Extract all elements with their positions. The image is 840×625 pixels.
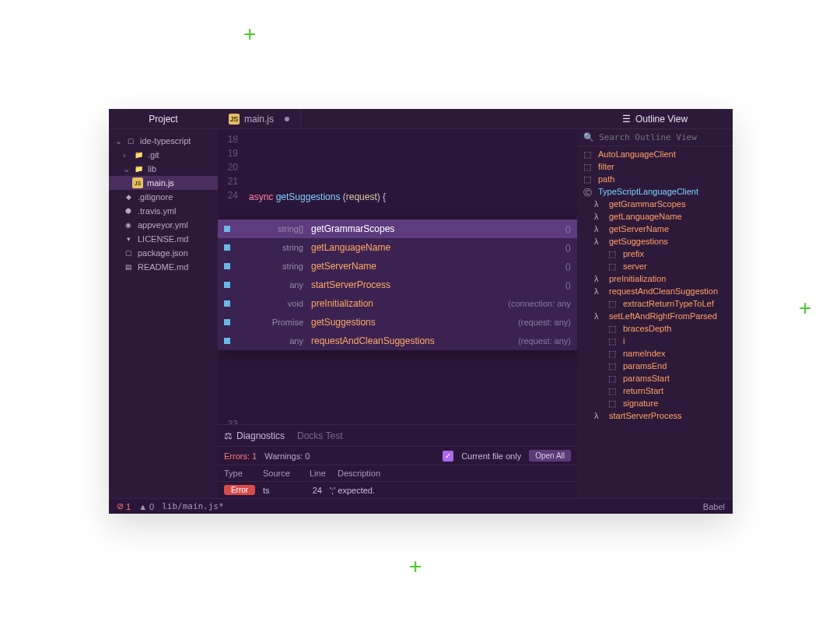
tree-file-travis[interactable]: ⬢ .travis.yml: [109, 204, 218, 218]
tree-file-license[interactable]: ▾ LICENSE.md: [109, 232, 218, 246]
outline-item[interactable]: ⬚paramsStart: [577, 372, 733, 384]
outline-label: setLeftAndRightFromParsed: [609, 311, 717, 321]
decorative-plus-icon: +: [243, 22, 256, 47]
outline-label: preInitialization: [609, 274, 666, 283]
variable-icon: ⬚: [608, 374, 619, 383]
class-icon: Ⓒ: [583, 187, 594, 196]
ac-signature: (): [565, 224, 571, 233]
status-errors[interactable]: ⊘ 1: [117, 501, 131, 511]
ac-signature: (): [565, 280, 571, 290]
autocomplete-item[interactable]: anyrequestAndCleanSuggestions(request: a…: [218, 332, 577, 350]
list-icon: ☰: [622, 114, 631, 125]
tree-file-appveyor[interactable]: ◉ appveyor.yml: [109, 218, 218, 232]
outline-item[interactable]: λgetGrammarScopes: [577, 198, 733, 210]
outline-item[interactable]: ⬚nameIndex: [577, 347, 733, 360]
tab-diagnostics[interactable]: ⚖ Diagnostics: [224, 430, 285, 441]
tree-folder-git[interactable]: › 📁 .git: [109, 148, 218, 162]
autocomplete-item[interactable]: anystartServerProcess(): [218, 276, 577, 294]
outline-item[interactable]: ⬚signature: [577, 397, 733, 409]
ac-type: string[]: [238, 224, 303, 233]
tree-file-package[interactable]: ▢ package.json: [109, 246, 218, 260]
outline-item[interactable]: ⬚prefix: [577, 248, 733, 260]
open-all-button[interactable]: Open All: [529, 450, 571, 462]
ac-type: void: [238, 299, 303, 308]
col-source: Source: [263, 469, 310, 478]
method-icon: λ: [594, 286, 605, 296]
outline-label: getGrammarScopes: [609, 199, 685, 209]
variable-icon: ⬚: [608, 336, 619, 346]
line-number: 18: [218, 132, 238, 146]
outline-label: startServerProcess: [609, 411, 682, 420]
method-icon: [224, 338, 230, 344]
outline-item[interactable]: ⬚paramsEnd: [577, 360, 733, 372]
outline-label: prefix: [623, 249, 644, 258]
outline-label: signature: [623, 399, 658, 408]
method-icon: λ: [594, 411, 605, 420]
outline-item[interactable]: ⬚server: [577, 260, 733, 272]
variable-icon: ⬚: [608, 324, 619, 333]
book-icon: ▤: [123, 262, 134, 272]
checkbox-current-file[interactable]: ✓: [443, 451, 453, 462]
tree-root[interactable]: ⌄ ▢ ide-typescript: [109, 134, 218, 148]
autocomplete-item[interactable]: stringgetServerName(): [218, 257, 577, 276]
outline-item[interactable]: ⬚extractReturnTypeToLef: [577, 297, 733, 310]
outline-search-input[interactable]: [599, 132, 726, 142]
repo-icon: ▢: [125, 135, 136, 146]
outline-item[interactable]: λgetSuggestions: [577, 235, 733, 248]
variable-icon: ⬚: [608, 386, 619, 395]
appveyor-icon: ◉: [123, 219, 134, 230]
ac-type: Promise: [238, 318, 303, 327]
outline-item[interactable]: λstartServerProcess: [577, 409, 733, 422]
tree-folder-lib[interactable]: ⌄ 📁 lib: [109, 162, 218, 176]
status-path[interactable]: lib/main.js*: [162, 501, 223, 511]
chevron-down-icon: ⌄: [123, 164, 129, 174]
errors-count: Errors: 1: [224, 451, 257, 461]
ac-signature: (request: any): [518, 336, 571, 346]
outline-item[interactable]: ⬚path: [577, 173, 733, 185]
tree-file-main-js[interactable]: JS main.js: [109, 176, 218, 190]
git-icon: ◆: [123, 191, 134, 202]
outline-item[interactable]: ⒸTypeScriptLanguageClient: [577, 185, 733, 198]
diagnostics-icon: ⚖: [224, 430, 233, 441]
tree-file-gitignore[interactable]: ◆ .gitignore: [109, 190, 218, 204]
outline-item[interactable]: ⬚bracesDepth: [577, 322, 733, 335]
outline-item[interactable]: ⬚filter: [577, 160, 733, 173]
autocomplete-item[interactable]: stringgetLanguageName(): [218, 238, 577, 257]
method-icon: [224, 244, 230, 251]
outline-item[interactable]: ⬚i: [577, 335, 733, 347]
outline-label: paramsEnd: [623, 361, 667, 370]
status-bar: ⊘ 1 ▲ 0 lib/main.js* Babel: [109, 498, 733, 514]
error-badge: Error: [224, 485, 255, 495]
editor-pane[interactable]: 181920212433343536 async getSuggestions …: [218, 129, 577, 498]
ac-type: any: [238, 336, 303, 346]
outline-item[interactable]: ⬚returnStart: [577, 384, 733, 397]
decorative-plus-icon: +: [799, 296, 811, 321]
outline-label: getServerName: [609, 224, 669, 233]
ac-name: getLanguageName: [311, 242, 558, 253]
status-language[interactable]: Babel: [703, 502, 725, 511]
tree-file-readme[interactable]: ▤ README.md: [109, 260, 218, 274]
js-file-icon: JS: [229, 114, 240, 125]
tab-main-js[interactable]: JS main.js: [218, 109, 301, 128]
autocomplete-item[interactable]: PromisegetSuggestions(request: any): [218, 313, 577, 332]
status-warnings[interactable]: ▲ 0: [138, 502, 154, 511]
outline-item[interactable]: λrequestAndCleanSuggestion: [577, 285, 733, 297]
autocomplete-item[interactable]: voidpreInitialization(connection: any: [218, 294, 577, 313]
chevron-right-icon: ›: [123, 150, 129, 160]
variable-icon: ⬚: [608, 299, 619, 308]
variable-icon: ⬚: [583, 174, 594, 184]
ac-type: any: [238, 280, 303, 290]
tab-docks-test[interactable]: Docks Test: [297, 430, 342, 441]
autocomplete-item[interactable]: string[]getGrammarScopes(): [218, 219, 577, 238]
outline-item[interactable]: λgetServerName: [577, 223, 733, 235]
tab-label: main.js: [244, 114, 274, 125]
outline-item[interactable]: λpreInitialization: [577, 272, 733, 285]
outline-item[interactable]: ⬚AutoLanguageClient: [577, 148, 733, 160]
diagnostic-row[interactable]: Error ts 24 ';' expected.: [218, 482, 577, 498]
outline-item[interactable]: λgetLanguageName: [577, 210, 733, 223]
warnings-count: Warnings: 0: [264, 451, 310, 461]
js-file-icon: JS: [132, 177, 143, 188]
chevron-down-icon: ⌄: [115, 136, 121, 146]
current-file-label: Current file only: [461, 451, 521, 461]
outline-item[interactable]: λsetLeftAndRightFromParsed: [577, 310, 733, 322]
